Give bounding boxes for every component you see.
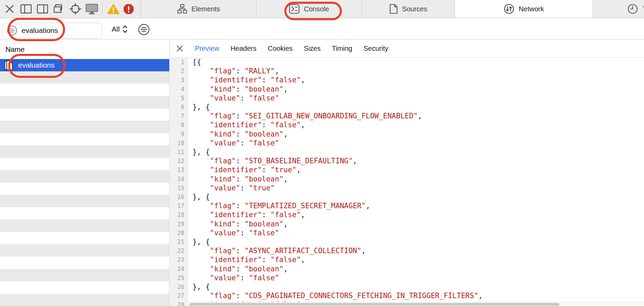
empty-list-row	[0, 84, 169, 96]
resource-detail-panel: Preview Headers Cookies Sizes Timing Sec…	[170, 40, 644, 306]
empty-list-row	[0, 71, 169, 84]
empty-list-row	[0, 244, 169, 257]
empty-list-row	[0, 133, 169, 145]
detail-tab-headers[interactable]: Headers	[231, 45, 257, 52]
dock-left-icon[interactable]	[19, 2, 33, 16]
horizontal-scrollbar-thumb[interactable]	[189, 303, 559, 306]
tab-network[interactable]: Network	[455, 0, 593, 18]
toolbar-separator	[102, 4, 102, 14]
resource-type-dropdown[interactable]: All	[112, 19, 128, 39]
detail-tab-sizes[interactable]: Sizes	[304, 45, 321, 52]
tab-timelines[interactable]: T	[593, 0, 644, 18]
json-code: [{ "flag": "RALLY", "identifier": "false…	[188, 58, 644, 306]
request-name: evaluations	[18, 61, 54, 69]
tab-label: T	[642, 5, 644, 13]
detail-tab-preview[interactable]: Preview	[195, 45, 219, 52]
json-preview: 1234567891011121314151617181920212223242…	[170, 58, 644, 306]
clock-icon	[627, 3, 638, 14]
empty-list-row	[0, 170, 169, 183]
search-value: evaluations	[22, 26, 58, 35]
close-inspector-button[interactable]	[3, 2, 16, 16]
empty-list-row	[0, 121, 169, 133]
horizontal-scrollbar	[188, 302, 644, 306]
tab-label: Network	[519, 5, 544, 13]
empty-list-row	[0, 183, 169, 195]
request-row-evaluations[interactable]: evaluations	[0, 59, 169, 71]
empty-list-row	[0, 294, 169, 306]
empty-list-row	[0, 207, 169, 220]
tab-elements[interactable]: Elements	[140, 0, 256, 18]
empty-list-row	[0, 96, 169, 108]
empty-list-row	[0, 145, 169, 158]
error-icon[interactable]	[121, 2, 136, 16]
resource-search-input[interactable]: evaluations	[3, 23, 102, 38]
empty-list-row	[0, 220, 169, 232]
scope-label: All	[112, 25, 120, 33]
elements-icon	[177, 4, 187, 14]
tab-label: Sources	[402, 5, 427, 13]
request-rows: evaluations	[0, 59, 169, 306]
tab-label: Elements	[191, 5, 220, 13]
empty-list-row	[0, 257, 169, 269]
console-icon	[289, 4, 300, 14]
empty-list-row	[0, 232, 169, 244]
empty-list-row	[0, 269, 169, 281]
dock-right-icon[interactable]	[36, 2, 49, 16]
detail-tab-timing[interactable]: Timing	[332, 45, 352, 52]
name-column-header[interactable]: Name	[0, 40, 169, 59]
close-detail-button[interactable]	[175, 45, 184, 53]
inspector-top-bar: Elements Console Sources Network T	[0, 0, 644, 18]
detail-tab-bar: Preview Headers Cookies Sizes Timing Sec…	[170, 40, 644, 58]
detail-tab-security[interactable]: Security	[363, 45, 388, 52]
line-number-gutter: 1234567891011121314151617181920212223242…	[170, 58, 188, 306]
tab-sources[interactable]: Sources	[361, 0, 455, 18]
filter-circle-icon	[138, 23, 150, 36]
network-icon	[504, 3, 515, 14]
filter-circle-icon	[7, 25, 17, 36]
tab-label: Console	[304, 5, 329, 13]
empty-list-row	[0, 195, 169, 207]
sources-icon	[389, 4, 398, 14]
detail-tab-cookies[interactable]: Cookies	[268, 45, 293, 52]
tab-console[interactable]: Console	[256, 0, 361, 18]
empty-list-row	[0, 158, 169, 170]
element-picker-icon[interactable]	[69, 2, 82, 16]
device-icon[interactable]	[85, 2, 99, 16]
document-icon	[4, 60, 13, 71]
filter-options-button[interactable]	[138, 23, 150, 36]
inspector-toolbar	[0, 0, 140, 18]
empty-list-row	[0, 281, 169, 294]
cascade-windows-icon[interactable]	[52, 2, 66, 16]
warning-icon[interactable]	[106, 2, 121, 16]
empty-list-row	[0, 108, 169, 121]
request-list-panel: Name evaluations	[0, 40, 170, 306]
inspector-tab-bar: Elements Console Sources Network T	[140, 0, 644, 18]
chevron-up-down-icon	[122, 25, 128, 34]
network-filter-bar: evaluations All	[0, 19, 644, 39]
